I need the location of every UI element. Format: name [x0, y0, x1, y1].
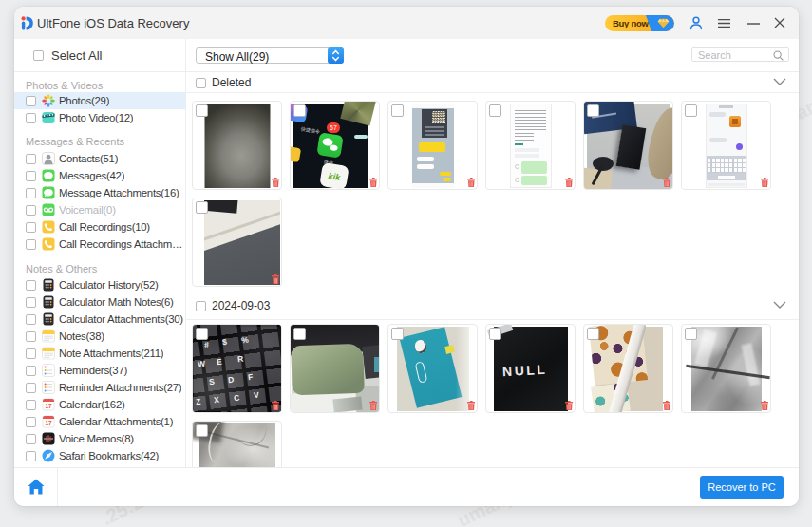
- svg-text:17: 17: [45, 420, 52, 426]
- svg-text:17: 17: [45, 403, 52, 409]
